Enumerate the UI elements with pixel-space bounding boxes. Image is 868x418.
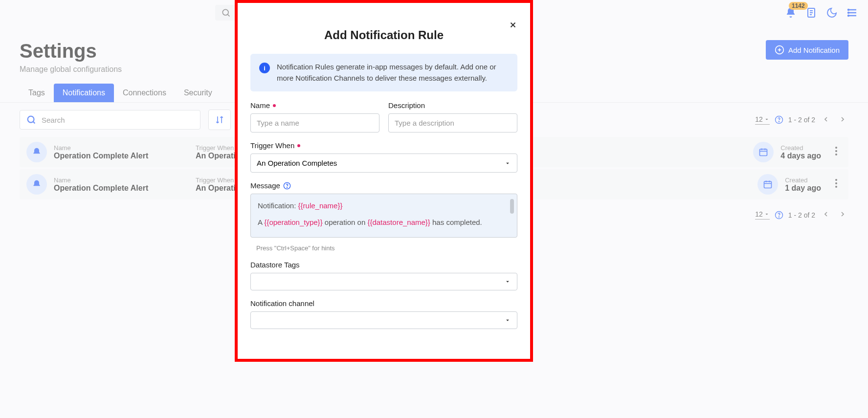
channel-label: Notification channel [250,299,517,308]
name-input[interactable] [250,113,379,132]
info-text: Notification Rules generate in-app messa… [277,62,509,84]
message-hint: Press "Ctrl+Space" for hints [250,244,517,252]
svg-point-38 [287,187,287,187]
datastore-tags-select[interactable] [250,273,517,290]
trigger-select[interactable]: An Operation Completes [250,154,517,173]
info-icon: i [259,63,270,73]
add-notification-modal: Add Notification Rule i Notification Rul… [235,0,533,362]
close-button[interactable] [509,20,517,32]
close-icon [509,21,517,29]
name-label: Name [250,101,379,110]
message-editor[interactable]: Notification: {{rule_name}} A {{operatio… [250,194,517,238]
trigger-label: Trigger When [250,141,517,150]
caret-down-icon [504,317,511,324]
channel-select[interactable] [250,311,517,329]
caret-down-icon [504,278,511,285]
datastore-tags-label: Datastore Tags [250,261,517,269]
required-indicator [273,104,276,107]
caret-down-icon [504,160,511,167]
description-input[interactable] [388,113,517,132]
description-label: Description [388,101,517,110]
required-indicator [297,144,300,147]
trigger-selected-value: An Operation Completes [257,159,337,167]
scrollbar[interactable] [510,199,514,214]
help-icon[interactable] [283,182,291,190]
modal-title: Add Notification Rule [238,28,530,42]
info-banner: i Notification Rules generate in-app mes… [250,54,517,91]
message-label: Message [250,181,517,190]
